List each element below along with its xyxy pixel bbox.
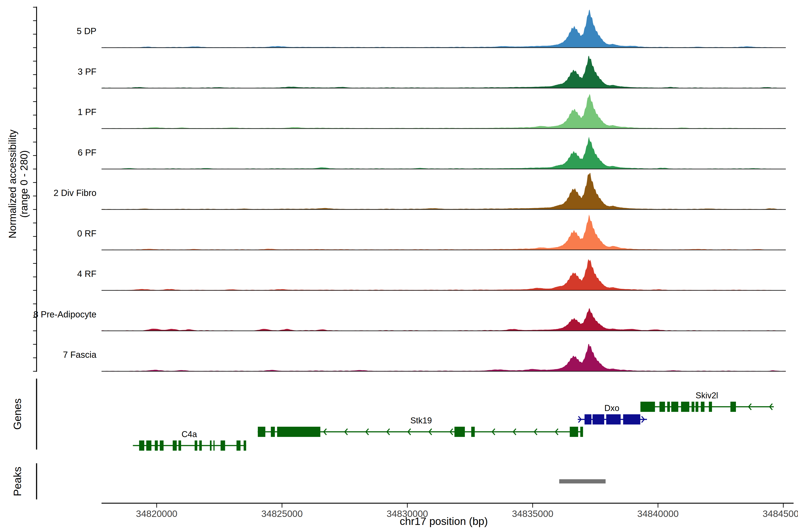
coverage-signal	[101, 56, 786, 88]
peak-regions	[559, 479, 606, 483]
gene-label: C4a	[182, 430, 197, 439]
exon	[454, 427, 465, 437]
peaks-track: Peaks	[12, 463, 606, 499]
exon	[671, 402, 678, 412]
genes-track: Genes Skiv2lDxoStk19C4a	[12, 379, 774, 451]
exon	[592, 414, 604, 424]
exon	[258, 427, 265, 437]
coverage-track-2-div-fibro: 2 Div Fibro	[54, 173, 786, 209]
genes-section-label: Genes	[12, 398, 23, 430]
exon	[660, 402, 665, 412]
exon	[667, 402, 670, 412]
exon	[210, 440, 211, 451]
position-axis: 3482000034825000348300003483500034840000…	[101, 503, 798, 527]
exon	[160, 440, 164, 451]
exon	[640, 402, 655, 412]
coverage-track-6-pf: 6 PF	[78, 137, 786, 169]
track-label: 4 RF	[77, 269, 96, 279]
coverage-signal	[101, 259, 786, 290]
coverage-track-3-pf: 3 PF	[78, 56, 786, 88]
coverage-signal	[101, 137, 786, 169]
exon	[146, 440, 151, 451]
track-label: 8 Pre-Adipocyte	[33, 309, 96, 319]
coverage-signal	[101, 94, 786, 129]
track-label: 6 PF	[78, 148, 96, 157]
gene-models: Skiv2lDxoStk19C4a	[133, 391, 774, 451]
peaks-section-label: Peaks	[12, 467, 23, 496]
gene-label: Skiv2l	[696, 391, 718, 400]
track-label: 2 Div Fibro	[54, 188, 96, 198]
coverage-signal	[101, 214, 786, 250]
x-tick-label: 34840000	[637, 509, 679, 519]
exon	[585, 414, 591, 424]
x-axis-title: chr17 position (bp)	[400, 515, 488, 527]
accessibility-axis: Normalized accessibility (range 0 - 280)	[7, 7, 37, 372]
exon	[221, 440, 225, 451]
coverage-track-5-dp: 5 DP	[77, 10, 786, 48]
coverage-track-1-pf: 1 PF	[78, 94, 786, 129]
y-axis-title-line1: Normalized accessibility	[7, 130, 18, 239]
exon	[236, 440, 241, 451]
x-tick-label: 34820000	[136, 509, 177, 519]
x-tick-label: 34835000	[512, 509, 553, 519]
x-tick-label: 34825000	[261, 509, 303, 519]
exon	[623, 414, 640, 424]
exon	[691, 402, 694, 412]
x-tick-label: 34845000	[762, 509, 798, 519]
gene-model-dxo: Dxo	[578, 403, 647, 424]
peak-region-bar	[559, 479, 606, 483]
coverage-signal	[101, 10, 786, 48]
exon	[681, 402, 689, 412]
gene-model-stk19: Stk19	[258, 416, 583, 437]
exon	[199, 440, 202, 451]
track-label: 0 RF	[77, 229, 96, 238]
gene-label: Stk19	[410, 416, 432, 425]
y-axis-title-line2: (range 0 - 280)	[18, 150, 30, 218]
exon	[606, 414, 621, 424]
coverage-signal	[101, 344, 786, 372]
coverage-tracks: 5 DP3 PF1 PF6 PF2 Div Fibro0 RF4 RF8 Pre…	[33, 10, 786, 371]
exon	[195, 440, 197, 451]
exon	[213, 440, 214, 451]
exon	[244, 440, 246, 451]
coverage-signal	[101, 173, 786, 209]
gene-label: Dxo	[604, 403, 619, 413]
exon	[471, 427, 475, 437]
exon	[709, 402, 712, 412]
coverage-track-4-rf: 4 RF	[77, 259, 786, 290]
exon	[139, 440, 144, 451]
gene-model-c4a: C4a	[133, 430, 246, 451]
coverage-signal	[101, 308, 786, 331]
exon	[696, 402, 698, 412]
track-label: 3 PF	[78, 67, 96, 76]
exon	[570, 427, 578, 437]
coverage-track-7-fascia: 7 Fascia	[63, 344, 786, 372]
coverage-track-0-rf: 0 RF	[77, 214, 786, 250]
track-label: 7 Fascia	[63, 350, 97, 360]
exon	[277, 427, 320, 437]
track-label: 1 PF	[78, 107, 96, 117]
track-label: 5 DP	[77, 26, 96, 36]
gene-model-skiv2l: Skiv2l	[640, 391, 774, 412]
exon	[580, 427, 583, 437]
exon	[178, 440, 181, 451]
exon	[173, 440, 177, 451]
coverage-track-8-pre-adipocyte: 8 Pre-Adipocyte	[33, 308, 786, 331]
exon	[271, 427, 275, 437]
exon	[155, 440, 158, 451]
exon	[701, 402, 704, 412]
coverage-plot-figure: Normalized accessibility (range 0 - 280)…	[0, 0, 798, 532]
exon	[730, 402, 736, 412]
